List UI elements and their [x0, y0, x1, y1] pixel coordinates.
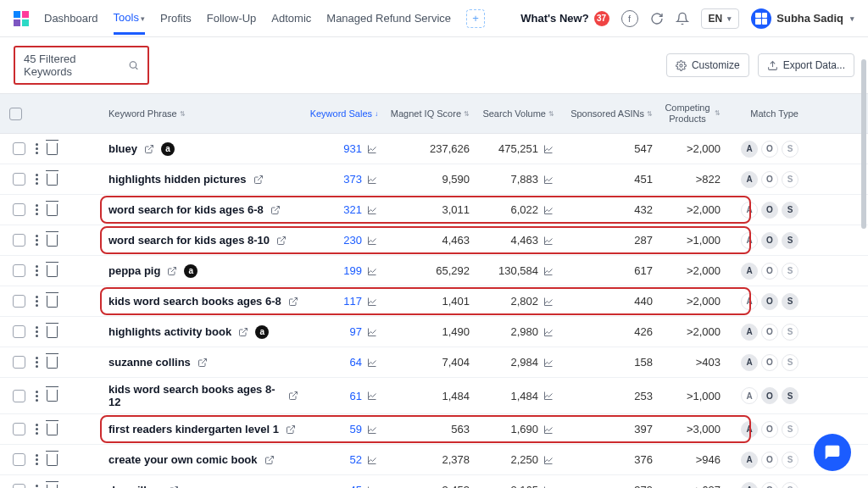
keyword-phrase[interactable]: kids word search books ages 8-12 [108, 383, 281, 408]
row-menu-button[interactable] [36, 265, 38, 276]
row-menu-button[interactable] [36, 454, 38, 465]
external-link-icon[interactable] [286, 424, 296, 435]
chart-icon[interactable] [366, 327, 378, 337]
row-menu-button[interactable] [36, 326, 38, 337]
match-pill-a[interactable]: A [741, 452, 758, 469]
row-menu-button[interactable] [36, 235, 38, 246]
delete-button[interactable] [47, 143, 58, 155]
nav-dashboard[interactable]: Dashboard [44, 12, 98, 25]
user-menu[interactable]: Subha Sadiq ▾ [751, 8, 854, 29]
scrollbar[interactable] [861, 59, 866, 229]
match-pill-o[interactable]: O [761, 293, 778, 310]
chart-icon[interactable] [542, 175, 554, 185]
row-menu-button[interactable] [36, 357, 38, 368]
delete-button[interactable] [47, 357, 58, 369]
match-pill-a[interactable]: A [741, 232, 758, 249]
nav-profits[interactable]: Profits [160, 12, 192, 25]
bell-icon[interactable] [676, 12, 689, 25]
row-checkbox[interactable] [0, 259, 31, 282]
nav-tools[interactable]: Tools▾ [114, 11, 145, 35]
keyword-phrase[interactable]: bluey [108, 142, 137, 155]
chart-icon[interactable] [542, 358, 554, 368]
row-checkbox[interactable] [0, 479, 31, 488]
chart-icon[interactable] [366, 358, 378, 368]
row-menu-button[interactable] [36, 391, 38, 402]
keyword-phrase[interactable]: dav pilkey [108, 484, 162, 488]
match-pill-s[interactable]: S [782, 387, 798, 404]
row-menu-button[interactable] [36, 143, 38, 154]
match-pill-s[interactable]: S [782, 354, 798, 371]
match-pill-a[interactable]: A [741, 482, 758, 488]
row-menu-button[interactable] [36, 174, 38, 185]
match-pill-o[interactable]: O [761, 232, 778, 249]
add-tool-button[interactable]: + [466, 9, 485, 28]
nav-adtomic[interactable]: Adtomic [271, 12, 311, 25]
delete-button[interactable] [47, 174, 58, 186]
match-pill-o[interactable]: O [761, 452, 778, 469]
delete-button[interactable] [47, 454, 58, 466]
row-checkbox[interactable] [0, 290, 31, 313]
keyword-phrase[interactable]: peppa pig [108, 264, 160, 277]
nav-followup[interactable]: Follow-Up [207, 12, 257, 25]
match-pill-s[interactable]: S [782, 263, 798, 280]
match-pill-o[interactable]: O [761, 263, 778, 280]
chart-icon[interactable] [366, 391, 378, 401]
header-asin[interactable]: Sponsored ASINs⇅ [559, 94, 658, 133]
match-pill-s[interactable]: S [782, 324, 798, 341]
facebook-icon[interactable]: f [621, 10, 638, 27]
language-selector[interactable]: EN▾ [701, 8, 740, 29]
row-menu-button[interactable] [36, 424, 38, 435]
match-pill-s[interactable]: S [782, 171, 798, 188]
row-menu-button[interactable] [36, 296, 38, 307]
match-pill-s[interactable]: S [782, 482, 798, 488]
delete-button[interactable] [47, 235, 58, 247]
keyword-phrase[interactable]: highlights activity book [108, 325, 231, 338]
delete-button[interactable] [47, 204, 58, 216]
row-checkbox[interactable] [0, 351, 31, 374]
match-pill-a[interactable]: A [741, 354, 758, 371]
chart-icon[interactable] [366, 175, 378, 185]
keyword-phrase[interactable]: word search for kids ages 8-10 [108, 234, 270, 247]
chart-icon[interactable] [542, 297, 554, 307]
match-pill-s[interactable]: S [782, 141, 798, 158]
match-pill-a[interactable]: A [741, 421, 758, 438]
delete-button[interactable] [47, 390, 58, 402]
keyword-phrase[interactable]: create your own comic book [108, 453, 258, 466]
app-logo[interactable] [14, 11, 29, 26]
chart-icon[interactable] [542, 205, 554, 215]
chart-icon[interactable] [366, 205, 378, 215]
nav-refund[interactable]: Managed Refund Service [326, 12, 451, 25]
keyword-phrase[interactable]: word search for kids ages 6-8 [108, 203, 264, 216]
customize-button[interactable]: Customize [666, 53, 749, 77]
match-pill-s[interactable]: S [782, 202, 798, 219]
match-pill-s[interactable]: S [782, 452, 798, 469]
delete-button[interactable] [47, 485, 58, 488]
row-checkbox[interactable] [0, 418, 31, 441]
chart-icon[interactable] [366, 236, 378, 246]
match-pill-a[interactable]: A [741, 202, 758, 219]
match-pill-o[interactable]: O [761, 387, 778, 404]
header-iq[interactable]: Magnet IQ Score⇅ [383, 94, 475, 133]
chart-icon[interactable] [542, 455, 554, 465]
match-pill-o[interactable]: O [761, 354, 778, 371]
match-pill-s[interactable]: S [782, 421, 798, 438]
delete-button[interactable] [47, 265, 58, 277]
header-checkbox[interactable] [0, 94, 31, 133]
match-pill-a[interactable]: A [741, 293, 758, 310]
refresh-icon[interactable] [650, 12, 664, 25]
external-link-icon[interactable] [276, 236, 287, 246]
header-sales[interactable]: Keyword Sales↓ [303, 94, 383, 133]
row-checkbox[interactable] [0, 448, 31, 471]
delete-button[interactable] [47, 424, 58, 435]
external-link-icon[interactable] [167, 266, 177, 276]
row-checkbox[interactable] [0, 168, 31, 191]
row-menu-button[interactable] [36, 204, 38, 215]
external-link-icon[interactable] [238, 327, 248, 337]
keyword-phrase[interactable]: first readers kindergarten level 1 [108, 423, 279, 435]
filtered-keywords-button[interactable]: 45 Filtered Keywords [14, 46, 149, 85]
match-pill-a[interactable]: A [741, 171, 758, 188]
match-pill-a[interactable]: A [741, 141, 758, 158]
chart-icon[interactable] [366, 297, 378, 307]
match-pill-a[interactable]: A [741, 324, 758, 341]
external-link-icon[interactable] [288, 297, 298, 307]
